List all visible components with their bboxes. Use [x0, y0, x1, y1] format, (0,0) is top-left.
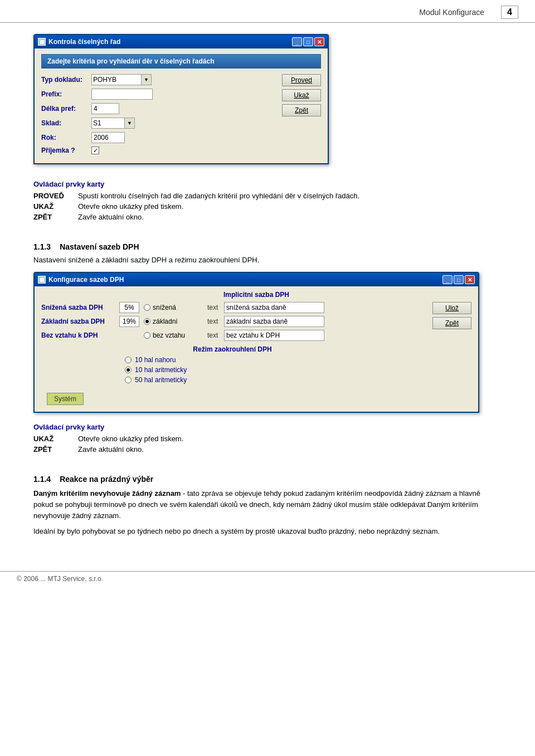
ukaz-button[interactable]: Ukaž: [282, 89, 321, 101]
titlebar-buttons: _ □ ✕: [292, 37, 324, 46]
zaok-row-0: 10 hal nahoru: [125, 356, 424, 364]
dph-value-0[interactable]: [119, 302, 139, 313]
ovladaci-desc-ukaz2: Otevře okno ukázky před tiskem.: [78, 435, 502, 443]
dph-text-label-2: text: [207, 331, 224, 339]
section113-header-row: 1.1.3 Nastavení sazeb DPH: [33, 232, 502, 256]
zaok-radio-1[interactable]: [125, 367, 132, 373]
dph-radio-label-1: základní: [153, 318, 178, 325]
maximize-button[interactable]: □: [303, 37, 313, 46]
page-header: Modul Konfigurace 4: [0, 0, 535, 23]
dph-text-input-1[interactable]: [224, 316, 324, 327]
dialog-dph: ▦ Konfigurace sazeb DPH _ □ ✕ Implicitní…: [33, 272, 479, 413]
dialog-main: Typ dokladu: POHYB ▼ Prefix: Délka pref:: [41, 74, 321, 158]
dph-text-label-1: text: [207, 318, 224, 325]
dph-row-2: Bez vztahu k DPH bez vztahu text: [41, 330, 424, 341]
dph-right-buttons: Ulož Zpět: [432, 302, 471, 329]
dph-minimize-button[interactable]: _: [442, 275, 453, 284]
dph-close-button[interactable]: ✕: [465, 275, 475, 284]
ovladaci-desc-proved: Spustí kontrolu číselných řad dle zadaný…: [78, 192, 502, 200]
dph-text-input-0[interactable]: [224, 302, 324, 313]
dph-label-2: Bez vztahu k DPH: [41, 331, 119, 339]
page-number: 4: [501, 6, 518, 19]
ovladaci-header-1: Ovládací prvky karty: [33, 180, 502, 188]
zaok-radio-2[interactable]: [125, 377, 132, 383]
prefix-input[interactable]: [91, 89, 153, 100]
dialog-kontrola-title: Kontrola číselných řad: [48, 38, 120, 46]
section114-body: Daným kritériím nevyhovuje žádný záznam …: [33, 488, 502, 538]
dph-zpet-button[interactable]: Zpět: [432, 317, 471, 329]
ovladaci-row-zpet2: ZPĚT Zavře aktuální okno.: [33, 445, 502, 453]
zaok-label-1: 10 hal aritmeticky: [135, 366, 187, 374]
implicitni-title: Implicitní sazba DPH: [41, 291, 471, 299]
dph-text-input-2[interactable]: [224, 330, 324, 341]
rok-row: Rok:: [41, 132, 276, 143]
ovladaci-row-ukaz1: UKAŽ Otevře okno ukázky před tiskem.: [33, 202, 502, 211]
dph-row-1: Základní sazba DPH základní text: [41, 316, 424, 327]
zpet-button[interactable]: Zpět: [282, 104, 321, 116]
section114-para2: Ideální by bylo pohybovat se po týdnech …: [33, 526, 502, 537]
ovladaci-row-zpet1: ZPĚT Zavře aktuální okno.: [33, 213, 502, 221]
prijemka-checkbox[interactable]: ✓: [91, 147, 99, 154]
footer-text: © 2006 ... MTJ Service, s.r.o.: [17, 575, 103, 583]
delka-pref-row: Délka pref:: [41, 103, 276, 114]
section114-title: Reakce na prázdný výběr: [60, 475, 153, 484]
ovladaci-row-ukaz2: UKAŽ Otevře okno ukázky před tiskem.: [33, 435, 502, 443]
dph-value-1[interactable]: [119, 316, 139, 327]
prefix-label: Prefix:: [41, 90, 91, 98]
close-button[interactable]: ✕: [314, 37, 324, 46]
dph-radio-2: bez vztahu: [144, 331, 205, 339]
dialog-icon: ▦: [38, 38, 46, 46]
dialog-fields: Typ dokladu: POHYB ▼ Prefix: Délka pref:: [41, 74, 276, 158]
zaok-title: Režim zaokrouhlení DPH: [41, 345, 424, 353]
dph-radio-circle-2[interactable]: [144, 332, 150, 339]
ovladaci-key-proved: PROVEĎ: [33, 192, 78, 200]
dph-radio-label-0: snížená: [153, 304, 176, 311]
dph-titlebar-buttons: _ □ ✕: [442, 275, 475, 284]
zaok-row-1: 10 hal aritmeticky: [125, 366, 424, 374]
uloz-button[interactable]: Ulož: [432, 302, 471, 314]
delka-pref-label: Délka pref:: [41, 105, 91, 113]
titlebar-left: ▦ Kontrola číselných řad: [38, 38, 120, 46]
minimize-button[interactable]: _: [292, 37, 302, 46]
page-title: Modul Konfigurace: [419, 8, 484, 17]
dph-radio-circle-0[interactable]: [144, 304, 150, 311]
dph-radio-label-2: bez vztahu: [153, 331, 185, 339]
page-footer: © 2006 ... MTJ Service, s.r.o.: [0, 571, 535, 586]
sklad-arrow[interactable]: ▼: [125, 118, 135, 129]
section113-num: 1.1.3: [33, 242, 51, 251]
dph-row-0: Snížená sazba DPH snížená text: [41, 302, 424, 313]
zaok-radio-0[interactable]: [125, 357, 132, 363]
dph-body: Implicitní sazba DPH Snížená sazba DPH s…: [35, 286, 478, 412]
ovladaci-key-ukaz1: UKAŽ: [33, 202, 78, 211]
typ-dokladu-input[interactable]: POHYB: [91, 74, 142, 85]
dialog-dph-titlebar: ▦ Konfigurace sazeb DPH _ □ ✕: [35, 273, 478, 286]
prijemka-label: Příjemka ?: [41, 147, 91, 154]
zaok-label-2: 50 hal aritmeticky: [135, 376, 187, 384]
sklad-input[interactable]: [91, 118, 125, 129]
ovladaci-desc-ukaz1: Otevře okno ukázky před tiskem.: [78, 202, 502, 211]
dph-label-0: Snížená sazba DPH: [41, 304, 119, 311]
system-btn-row: Systém: [41, 389, 471, 407]
ovladaci-desc-zpet1: Zavře aktuální okno.: [78, 213, 502, 221]
typ-dokladu-select-wrap: POHYB ▼: [91, 74, 152, 85]
rok-input[interactable]: [91, 132, 125, 143]
ovladaci-key-zpet1: ZPĚT: [33, 213, 78, 221]
typ-dokladu-arrow[interactable]: ▼: [142, 74, 152, 85]
delka-pref-input[interactable]: [91, 103, 119, 114]
dph-radio-circle-1[interactable]: [144, 318, 150, 325]
typ-dokladu-row: Typ dokladu: POHYB ▼: [41, 74, 276, 85]
dph-titlebar-left: ▦ Konfigurace sazeb DPH: [38, 276, 124, 284]
sklad-label: Sklad:: [41, 119, 91, 127]
dialog-kontrola: ▦ Kontrola číselných řad _ □ ✕ Zadejte k…: [33, 34, 329, 164]
section114-num: 1.1.4: [33, 475, 51, 484]
main-content: ▦ Kontrola číselných řad _ □ ✕ Zadejte k…: [0, 34, 535, 554]
dph-radio-1: základní: [144, 318, 205, 325]
proved-button[interactable]: Proved: [282, 74, 321, 86]
ovladaci-header-2: Ovládací prvky karty: [33, 423, 502, 431]
ovladaci-key-ukaz2: UKAŽ: [33, 435, 78, 443]
dialog-kontrola-titlebar: ▦ Kontrola číselných řad _ □ ✕: [35, 35, 328, 48]
dph-maximize-button[interactable]: □: [454, 275, 464, 284]
section113-desc: Nastavení snížené a základní sazby DPH a…: [33, 256, 502, 264]
system-button[interactable]: Systém: [47, 393, 84, 405]
section114-para1: Daným kritériím nevyhovuje žádný záznam …: [33, 488, 502, 521]
